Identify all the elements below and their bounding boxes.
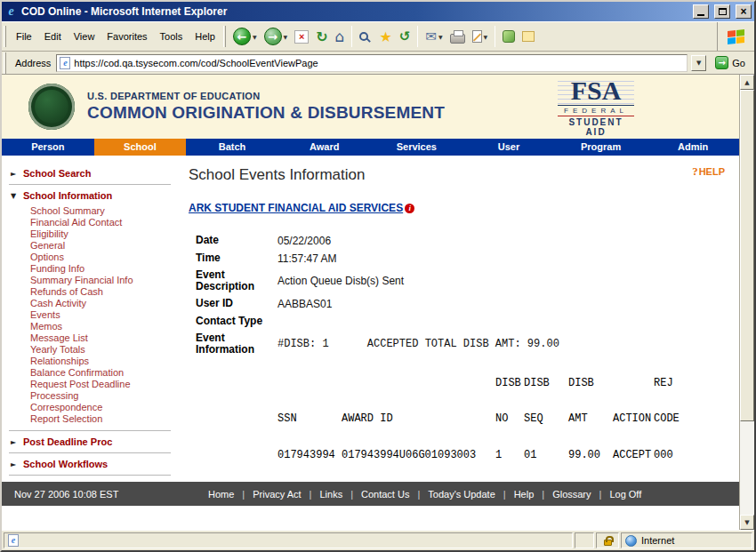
sidebar-item-funding-info[interactable]: Funding Info — [30, 263, 171, 275]
refresh-button[interactable]: ↻ — [312, 26, 331, 48]
scroll-up-button[interactable]: ▲ — [740, 75, 754, 90]
windows-flag-icon — [728, 29, 744, 44]
help-question-icon: ? — [692, 166, 698, 176]
sidebar-header-label: Post Deadline Proc — [23, 436, 112, 447]
toolbar-row: File Edit View Favorites Tools Help ← ▼ … — [2, 21, 754, 52]
close-button[interactable]: × — [736, 4, 752, 19]
stop-icon: × — [294, 30, 309, 44]
sidebar-item-request-post-deadline[interactable]: Request Post Deadline — [30, 379, 171, 390]
mail-button[interactable]: ✉ ▼ — [422, 26, 446, 47]
history-button[interactable]: ↺ — [396, 26, 414, 47]
table-header-cell: NO — [495, 412, 524, 449]
sidebar-item-events[interactable]: Events — [30, 309, 171, 321]
print-button[interactable] — [446, 27, 469, 46]
nav-tab-batch[interactable]: Batch — [186, 139, 278, 156]
address-input[interactable] — [74, 58, 686, 68]
sidebar-item-refunds-of-cash[interactable]: Refunds of Cash — [30, 286, 171, 298]
sidebar-item-correspondence[interactable]: Correspondence — [30, 402, 171, 413]
home-button[interactable]: ⌂ — [332, 25, 349, 48]
scrollbar-track[interactable] — [740, 90, 754, 515]
web-page: U.S. DEPARTMENT OF EDUCATION COMMON ORIG… — [2, 75, 739, 530]
footer-link-privacy-act[interactable]: Privacy Act — [253, 489, 301, 500]
menu-edit[interactable]: Edit — [38, 28, 68, 45]
sidebar-item-balance-confirmation[interactable]: Balance Confirmation — [30, 367, 171, 379]
sidebar-item-processing[interactable]: Processing — [30, 390, 171, 402]
document-icon: e — [8, 534, 19, 547]
toolbar-grip[interactable] — [4, 26, 6, 47]
footer-link-help[interactable]: Help — [514, 489, 535, 500]
footer-link-glossary[interactable]: Glossary — [552, 489, 591, 500]
sidebar-item-report-selection[interactable]: Report Selection — [30, 413, 171, 425]
sidebar-item-financial-aid-contact[interactable]: Financial Aid Contact — [30, 217, 171, 228]
browser-window: e COD Online - Microsoft Internet Explor… — [0, 0, 756, 552]
sidebar-item-summary-financial-info[interactable]: Summary Financial Info — [30, 275, 171, 286]
nav-tab-admin[interactable]: Admin — [647, 139, 739, 156]
chevron-right-icon — [11, 460, 19, 468]
sidebar-item-general[interactable]: General — [30, 240, 171, 252]
nav-tab-services[interactable]: Services — [371, 139, 463, 156]
forward-button[interactable]: → ▼ — [261, 25, 292, 48]
menu-file[interactable]: File — [10, 28, 38, 45]
nav-tab-user[interactable]: User — [462, 139, 555, 156]
zone-label: Internet — [641, 535, 674, 546]
sidebar-item-cash-activity[interactable]: Cash Activity — [30, 298, 171, 309]
nav-tab-school[interactable]: School — [94, 139, 187, 156]
table-header-cell: SEQ — [524, 412, 568, 449]
footer-link-todays-update[interactable]: Today's Update — [428, 489, 495, 500]
info-icon[interactable]: i — [405, 204, 414, 213]
nav-tab-person[interactable]: Person — [2, 139, 94, 156]
help-link[interactable]: ? HELP — [692, 166, 725, 177]
footer-link-home[interactable]: Home — [208, 489, 234, 500]
table-header-cell: REJ — [654, 377, 689, 412]
page-banner: U.S. DEPARTMENT OF EDUCATION COMMON ORIG… — [2, 75, 739, 139]
scroll-down-button[interactable]: ▼ — [740, 515, 754, 530]
field-row-event-description: Event Description Action Queue Disb(s) S… — [196, 269, 725, 292]
go-label: Go — [732, 58, 745, 68]
status-zone-pane: Internet — [621, 532, 752, 548]
table-header-cell: DISB — [524, 377, 568, 412]
address-dropdown-button[interactable]: ▼ — [691, 55, 706, 71]
toolbar-grip[interactable] — [223, 26, 226, 47]
sidebar-item-school-information[interactable]: School Information — [9, 188, 171, 203]
sidebar-item-school-workflows[interactable]: School Workflows — [9, 457, 171, 471]
maximize-button[interactable] — [714, 4, 730, 19]
messenger-button[interactable] — [499, 28, 519, 45]
sidebar-item-eligibility[interactable]: Eligibility — [30, 228, 171, 240]
sidebar-sublist: School Summary Financial Aid Contact Eli… — [9, 203, 171, 427]
footer-link-log-off[interactable]: Log Off — [609, 489, 641, 500]
sidebar-item-yearly-totals[interactable]: Yearly Totals — [30, 344, 171, 356]
sidebar-item-relationships[interactable]: Relationships — [30, 356, 171, 367]
stop-button[interactable]: × — [291, 28, 312, 46]
nav-tab-program[interactable]: Program — [555, 139, 647, 156]
field-label: Event Description — [196, 269, 277, 292]
favorites-star-icon: ★ — [379, 28, 391, 45]
footer-link-links[interactable]: Links — [319, 489, 342, 500]
sidebar-item-memos[interactable]: Memos — [30, 321, 171, 332]
nav-tab-award[interactable]: Award — [278, 139, 371, 156]
sidebar-item-post-deadline-proc[interactable]: Post Deadline Proc — [9, 435, 171, 449]
menu-favorites[interactable]: Favorites — [101, 28, 153, 45]
footer-link-contact-us[interactable]: Contact Us — [361, 489, 409, 500]
sidebar-item-school-search[interactable]: School Search — [9, 166, 171, 180]
table-cell-ssn: 017943994 — [277, 449, 342, 461]
vertical-scrollbar[interactable]: ▲ ▼ — [739, 75, 754, 530]
menu-tools[interactable]: Tools — [154, 28, 189, 45]
discuss-button[interactable] — [519, 28, 538, 44]
sidebar-item-options[interactable]: Options — [30, 252, 171, 263]
back-button[interactable]: ← ▼ — [229, 25, 261, 48]
address-grip[interactable] — [4, 52, 6, 74]
ie-logo-icon: e — [4, 5, 18, 19]
menu-help[interactable]: Help — [189, 28, 221, 45]
footer-separator: | — [503, 489, 506, 500]
school-name-link[interactable]: ARK STUDENT FINANCIAL AID SERVICES — [189, 202, 403, 214]
scrollbar-thumb[interactable] — [740, 90, 754, 421]
minimize-button[interactable] — [693, 4, 709, 19]
sidebar-item-message-list[interactable]: Message List — [30, 332, 171, 344]
search-button[interactable] — [356, 28, 375, 45]
menu-view[interactable]: View — [68, 28, 101, 45]
refresh-icon: ↻ — [316, 28, 327, 45]
sidebar-item-school-summary[interactable]: School Summary — [30, 205, 171, 217]
go-button[interactable]: → Go — [710, 54, 751, 71]
favorites-button[interactable]: ★ — [375, 26, 395, 48]
edit-button[interactable]: ▼ — [469, 28, 492, 45]
